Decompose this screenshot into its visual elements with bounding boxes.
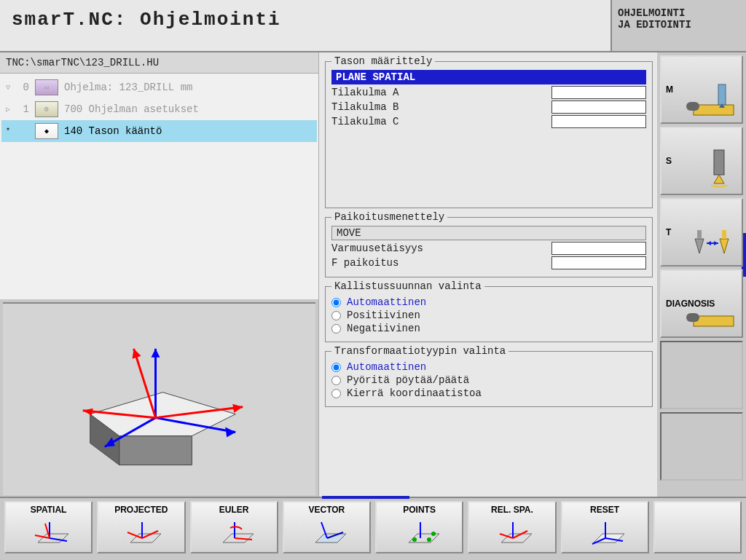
field-row: Tilakulma B — [331, 100, 646, 114]
svg-rect-24 — [722, 230, 726, 239]
field-row: Tilakulma A — [331, 86, 646, 99]
file-path: TNC:\smarTNC\123_DRILL.HU — [0, 52, 318, 74]
field-row: Tilakulma C — [331, 115, 646, 128]
svg-marker-12 — [232, 404, 243, 413]
mode-line1: OHJELMOINTI — [618, 7, 740, 19]
svg-marker-4 — [152, 349, 160, 358]
positioning-group: Paikoitusmenettely MOVE Varmuusetäisyys … — [325, 211, 653, 277]
side-empty-button[interactable] — [660, 412, 743, 481]
mode-label: OHJELMOINTI JA EDITOINTI — [612, 0, 746, 51]
radio-automatic[interactable]: Automaattinen — [331, 296, 646, 308]
svg-rect-15 — [694, 105, 734, 115]
mode-line2: JA EDITOINTI — [618, 19, 740, 31]
tool-icon — [686, 224, 737, 261]
page-title: smarT.NC: Ohjelmointi — [0, 0, 612, 51]
plane-icon — [116, 518, 167, 550]
diagnosis-icon — [686, 303, 737, 332]
plane-icon — [208, 518, 259, 550]
angle-b-label: Tilakulma B — [331, 101, 547, 113]
plane-tilt-icon: ◆ — [35, 123, 58, 139]
softkey-spatial[interactable]: SPATIAL — [4, 501, 93, 553]
radio-positive[interactable]: Positiivinen — [331, 309, 646, 321]
tool-button[interactable]: T — [660, 198, 743, 267]
radio-label: Kierrä koordinaatistoa — [347, 387, 482, 399]
softkey-rel-spa[interactable]: REL. SPA. — [468, 501, 556, 553]
positioning-mode-value[interactable]: MOVE — [331, 226, 646, 240]
radio-input[interactable] — [331, 389, 341, 398]
softkey-projected[interactable]: PROJECTED — [97, 501, 185, 553]
safety-dist-label: Varmuusetäisyys — [331, 242, 547, 254]
tilt-direction-legend: Kallistussuunnan valinta — [331, 280, 484, 292]
expand-icon[interactable]: ▽ — [6, 83, 13, 92]
softkey-vector[interactable]: VECTOR — [283, 501, 371, 553]
svg-marker-20 — [714, 175, 724, 184]
marker-icon: * — [6, 127, 13, 135]
tree-row-program[interactable]: ▽ 0 ▭ Ohjelma: 123_DRILL mm — [1, 76, 317, 98]
program-tree[interactable]: ▽ 0 ▭ Ohjelma: 123_DRILL mm ▷ 1 ⚙ 700 Oh… — [0, 74, 318, 299]
angle-b-input[interactable] — [551, 100, 646, 114]
softkey-euler[interactable]: EULER — [190, 501, 278, 553]
machine-button[interactable]: M — [660, 55, 743, 124]
radio-input[interactable] — [331, 311, 341, 320]
softkey-label: PROJECTED — [114, 505, 168, 515]
radio-input[interactable] — [331, 298, 341, 307]
radio-rotate-table[interactable]: Pyöritä pöytää/päätä — [331, 374, 646, 386]
plane-icon — [579, 518, 630, 550]
expand-icon[interactable]: ▷ — [6, 105, 13, 114]
positioning-legend: Paikoitusmenettely — [331, 211, 447, 223]
transformation-type-legend: Transformaatiotyypin valinta — [331, 345, 509, 357]
softkey-empty[interactable] — [653, 501, 742, 553]
radio-auto-transform[interactable]: Automaattinen — [331, 361, 646, 373]
side-empty-button[interactable] — [660, 341, 743, 409]
svg-marker-23 — [720, 239, 729, 253]
svg-marker-14 — [83, 409, 93, 416]
softkey-label: EULER — [219, 505, 249, 515]
svg-point-46 — [412, 537, 417, 542]
tree-row-settings[interactable]: ▷ 1 ⚙ 700 Ohjelman asetukset — [1, 98, 317, 120]
left-column: TNC:\smarTNC\123_DRILL.HU ▽ 0 ▭ Ohjelma:… — [0, 52, 319, 497]
feed-pos-input[interactable] — [551, 256, 646, 269]
radio-rotate-coord[interactable]: Kierrä koordinaatistoa — [331, 387, 646, 399]
field-row: Varmuusetäisyys — [331, 242, 646, 255]
svg-rect-16 — [686, 102, 699, 111]
softkey-points[interactable]: POINTS — [375, 501, 463, 553]
side-btn-label: S — [666, 156, 672, 166]
plane-icon — [301, 518, 352, 550]
main-area: TNC:\smarTNC\123_DRILL.HU ▽ 0 ▭ Ohjelma:… — [0, 52, 746, 497]
tree-row-plane-tilt[interactable]: * ◆ 140 Tason kääntö — [1, 120, 317, 142]
tree-label: Ohjelma: 123_DRILL mm — [64, 82, 313, 93]
softkey-reset[interactable]: RESET — [561, 501, 649, 553]
tree-num: 0 — [19, 82, 29, 93]
side-toolbar: M S T — [657, 52, 746, 497]
radio-input[interactable] — [331, 324, 341, 334]
softkey-label: SPATIAL — [31, 505, 67, 515]
diagnosis-button[interactable]: DIAGNOSIS — [660, 269, 743, 338]
machine-icon — [686, 82, 737, 118]
softkey-label: REL. SPA. — [491, 505, 533, 515]
angle-c-input[interactable] — [551, 115, 646, 128]
parameter-panel: Tason määrittely PLANE SPATIAL Tilakulma… — [319, 52, 657, 497]
plane-preview — [3, 302, 315, 495]
settings-icon: ⚙ — [35, 101, 58, 117]
radio-input[interactable] — [331, 376, 341, 385]
plane-icon — [23, 518, 74, 550]
spindle-button[interactable]: S — [660, 127, 743, 195]
field-row: F paikoitus — [331, 256, 646, 269]
svg-rect-22 — [697, 230, 702, 239]
side-btn-label: M — [666, 84, 673, 95]
svg-marker-42 — [315, 534, 346, 543]
plane-type-value[interactable]: PLANE SPATIAL — [331, 70, 646, 84]
program-icon: ▭ — [35, 79, 58, 95]
radio-label: Positiivinen — [347, 309, 420, 321]
plane-icon — [487, 518, 538, 550]
svg-rect-29 — [686, 313, 699, 322]
radio-negative[interactable]: Negatiivinen — [331, 323, 646, 334]
radio-input[interactable] — [331, 363, 341, 372]
svg-marker-10 — [133, 349, 141, 359]
safety-dist-input[interactable] — [551, 242, 646, 255]
angle-a-input[interactable] — [551, 86, 646, 99]
radio-label: Negatiivinen — [347, 323, 420, 334]
angle-a-label: Tilakulma A — [331, 87, 547, 98]
svg-rect-17 — [718, 84, 726, 105]
tilt-direction-group: Kallistussuunnan valinta Automaattinen P… — [325, 280, 653, 342]
